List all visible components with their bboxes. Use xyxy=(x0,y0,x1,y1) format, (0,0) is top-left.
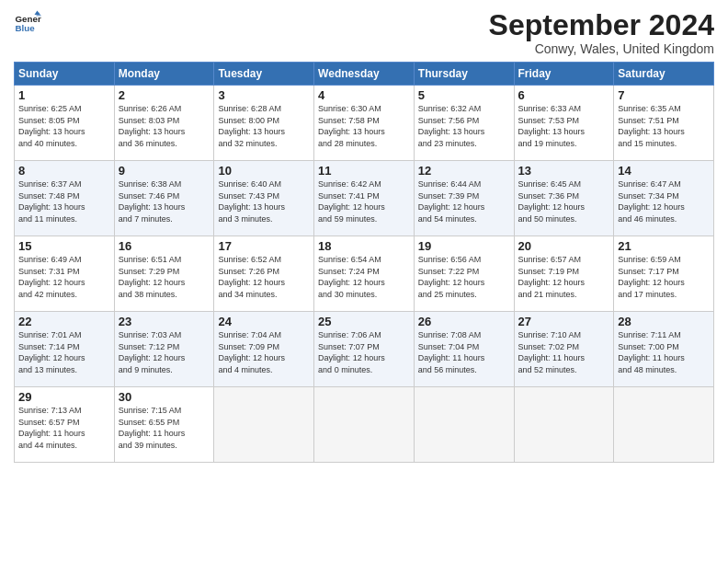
day-cell: 27Sunrise: 7:10 AM Sunset: 7:02 PM Dayli… xyxy=(514,312,614,387)
day-cell: 19Sunrise: 6:56 AM Sunset: 7:22 PM Dayli… xyxy=(414,236,514,312)
day-cell: 16Sunrise: 6:51 AM Sunset: 7:29 PM Dayli… xyxy=(114,236,214,312)
subtitle: Conwy, Wales, United Kingdom xyxy=(489,41,714,56)
day-number: 30 xyxy=(119,390,210,404)
month-title: September 2024 xyxy=(489,9,714,41)
day-info: Sunrise: 6:42 AM Sunset: 7:41 PM Dayligh… xyxy=(318,178,410,224)
day-info: Sunrise: 7:11 AM Sunset: 7:00 PM Dayligh… xyxy=(618,329,710,375)
day-cell xyxy=(314,387,415,463)
day-cell: 28Sunrise: 7:11 AM Sunset: 7:00 PM Dayli… xyxy=(614,312,714,387)
day-cell xyxy=(414,387,514,463)
day-info: Sunrise: 7:03 AM Sunset: 7:12 PM Dayligh… xyxy=(119,329,210,375)
header: General Blue September 2024 Conwy, Wales… xyxy=(14,9,714,56)
day-cell: 15Sunrise: 6:49 AM Sunset: 7:31 PM Dayli… xyxy=(15,236,115,312)
day-cell: 7Sunrise: 6:35 AM Sunset: 7:51 PM Daylig… xyxy=(614,86,714,161)
week-row-1: 1Sunrise: 6:25 AM Sunset: 8:05 PM Daylig… xyxy=(15,86,714,161)
day-cell: 9Sunrise: 6:38 AM Sunset: 7:46 PM Daylig… xyxy=(114,161,214,236)
day-number: 15 xyxy=(18,239,110,253)
day-info: Sunrise: 7:04 AM Sunset: 7:09 PM Dayligh… xyxy=(218,329,310,375)
calendar-table: Sunday Monday Tuesday Wednesday Thursday… xyxy=(14,62,714,463)
day-cell: 17Sunrise: 6:52 AM Sunset: 7:26 PM Dayli… xyxy=(214,236,314,312)
day-number: 3 xyxy=(218,88,310,102)
day-number: 1 xyxy=(18,88,110,102)
day-cell: 10Sunrise: 6:40 AM Sunset: 7:43 PM Dayli… xyxy=(214,161,314,236)
day-number: 25 xyxy=(318,315,410,328)
day-number: 5 xyxy=(418,88,510,102)
day-cell: 8Sunrise: 6:37 AM Sunset: 7:48 PM Daylig… xyxy=(15,161,115,236)
day-cell: 12Sunrise: 6:44 AM Sunset: 7:39 PM Dayli… xyxy=(414,161,514,236)
day-info: Sunrise: 7:13 AM Sunset: 6:57 PM Dayligh… xyxy=(18,405,110,451)
day-number: 14 xyxy=(618,164,710,178)
day-info: Sunrise: 6:51 AM Sunset: 7:29 PM Dayligh… xyxy=(119,254,210,300)
col-sunday: Sunday xyxy=(15,63,115,86)
day-number: 13 xyxy=(518,164,610,178)
day-number: 23 xyxy=(119,315,210,328)
day-cell xyxy=(214,387,314,463)
day-info: Sunrise: 6:38 AM Sunset: 7:46 PM Dayligh… xyxy=(119,178,210,224)
day-cell: 29Sunrise: 7:13 AM Sunset: 6:57 PM Dayli… xyxy=(15,387,115,463)
day-number: 7 xyxy=(618,88,710,102)
col-thursday: Thursday xyxy=(414,63,514,86)
day-number: 20 xyxy=(518,239,610,253)
calendar-page: General Blue September 2024 Conwy, Wales… xyxy=(0,0,728,563)
day-number: 27 xyxy=(518,315,610,328)
week-row-4: 22Sunrise: 7:01 AM Sunset: 7:14 PM Dayli… xyxy=(15,312,714,387)
day-number: 24 xyxy=(218,315,310,328)
col-tuesday: Tuesday xyxy=(214,63,314,86)
week-row-2: 8Sunrise: 6:37 AM Sunset: 7:48 PM Daylig… xyxy=(15,161,714,236)
day-cell: 13Sunrise: 6:45 AM Sunset: 7:36 PM Dayli… xyxy=(514,161,614,236)
day-info: Sunrise: 6:33 AM Sunset: 7:53 PM Dayligh… xyxy=(518,103,610,149)
day-cell: 30Sunrise: 7:15 AM Sunset: 6:55 PM Dayli… xyxy=(114,387,214,463)
day-number: 18 xyxy=(318,239,410,253)
day-number: 29 xyxy=(18,390,110,404)
col-wednesday: Wednesday xyxy=(314,63,415,86)
day-info: Sunrise: 6:57 AM Sunset: 7:19 PM Dayligh… xyxy=(518,254,610,300)
week-row-5: 29Sunrise: 7:13 AM Sunset: 6:57 PM Dayli… xyxy=(15,387,714,463)
day-cell: 24Sunrise: 7:04 AM Sunset: 7:09 PM Dayli… xyxy=(214,312,314,387)
title-block: September 2024 Conwy, Wales, United King… xyxy=(489,9,714,56)
day-number: 28 xyxy=(618,315,710,328)
day-number: 9 xyxy=(119,164,210,178)
day-info: Sunrise: 6:25 AM Sunset: 8:05 PM Dayligh… xyxy=(18,103,110,149)
day-number: 6 xyxy=(518,88,610,102)
day-cell: 22Sunrise: 7:01 AM Sunset: 7:14 PM Dayli… xyxy=(15,312,115,387)
day-number: 10 xyxy=(218,164,310,178)
day-info: Sunrise: 6:30 AM Sunset: 7:58 PM Dayligh… xyxy=(318,103,410,149)
day-info: Sunrise: 6:32 AM Sunset: 7:56 PM Dayligh… xyxy=(418,103,510,149)
day-info: Sunrise: 6:47 AM Sunset: 7:34 PM Dayligh… xyxy=(618,178,710,224)
day-info: Sunrise: 6:28 AM Sunset: 8:00 PM Dayligh… xyxy=(218,103,310,149)
day-number: 19 xyxy=(418,239,510,253)
days-header-row: Sunday Monday Tuesday Wednesday Thursday… xyxy=(15,63,714,86)
day-info: Sunrise: 6:35 AM Sunset: 7:51 PM Dayligh… xyxy=(618,103,710,149)
day-cell: 5Sunrise: 6:32 AM Sunset: 7:56 PM Daylig… xyxy=(414,86,514,161)
day-cell: 20Sunrise: 6:57 AM Sunset: 7:19 PM Dayli… xyxy=(514,236,614,312)
day-info: Sunrise: 7:10 AM Sunset: 7:02 PM Dayligh… xyxy=(518,329,610,375)
week-row-3: 15Sunrise: 6:49 AM Sunset: 7:31 PM Dayli… xyxy=(15,236,714,312)
day-cell: 14Sunrise: 6:47 AM Sunset: 7:34 PM Dayli… xyxy=(614,161,714,236)
day-cell: 25Sunrise: 7:06 AM Sunset: 7:07 PM Dayli… xyxy=(314,312,415,387)
day-number: 22 xyxy=(18,315,110,328)
day-number: 12 xyxy=(418,164,510,178)
svg-text:Blue: Blue xyxy=(16,23,36,33)
day-cell: 11Sunrise: 6:42 AM Sunset: 7:41 PM Dayli… xyxy=(314,161,415,236)
day-cell: 3Sunrise: 6:28 AM Sunset: 8:00 PM Daylig… xyxy=(214,86,314,161)
day-cell: 26Sunrise: 7:08 AM Sunset: 7:04 PM Dayli… xyxy=(414,312,514,387)
day-info: Sunrise: 7:06 AM Sunset: 7:07 PM Dayligh… xyxy=(318,329,410,375)
day-number: 4 xyxy=(318,88,410,102)
day-number: 26 xyxy=(418,315,510,328)
day-info: Sunrise: 6:49 AM Sunset: 7:31 PM Dayligh… xyxy=(18,254,110,300)
day-info: Sunrise: 6:26 AM Sunset: 8:03 PM Dayligh… xyxy=(119,103,210,149)
day-number: 21 xyxy=(618,239,710,253)
day-info: Sunrise: 6:54 AM Sunset: 7:24 PM Dayligh… xyxy=(318,254,410,300)
logo: General Blue xyxy=(14,9,41,37)
day-info: Sunrise: 7:08 AM Sunset: 7:04 PM Dayligh… xyxy=(418,329,510,375)
day-info: Sunrise: 6:45 AM Sunset: 7:36 PM Dayligh… xyxy=(518,178,610,224)
day-number: 8 xyxy=(18,164,110,178)
day-cell: 18Sunrise: 6:54 AM Sunset: 7:24 PM Dayli… xyxy=(314,236,415,312)
day-cell xyxy=(514,387,614,463)
day-cell: 4Sunrise: 6:30 AM Sunset: 7:58 PM Daylig… xyxy=(314,86,415,161)
day-cell: 1Sunrise: 6:25 AM Sunset: 8:05 PM Daylig… xyxy=(15,86,115,161)
day-info: Sunrise: 7:01 AM Sunset: 7:14 PM Dayligh… xyxy=(18,329,110,375)
day-info: Sunrise: 7:15 AM Sunset: 6:55 PM Dayligh… xyxy=(119,405,210,451)
day-info: Sunrise: 6:56 AM Sunset: 7:22 PM Dayligh… xyxy=(418,254,510,300)
day-cell xyxy=(614,387,714,463)
